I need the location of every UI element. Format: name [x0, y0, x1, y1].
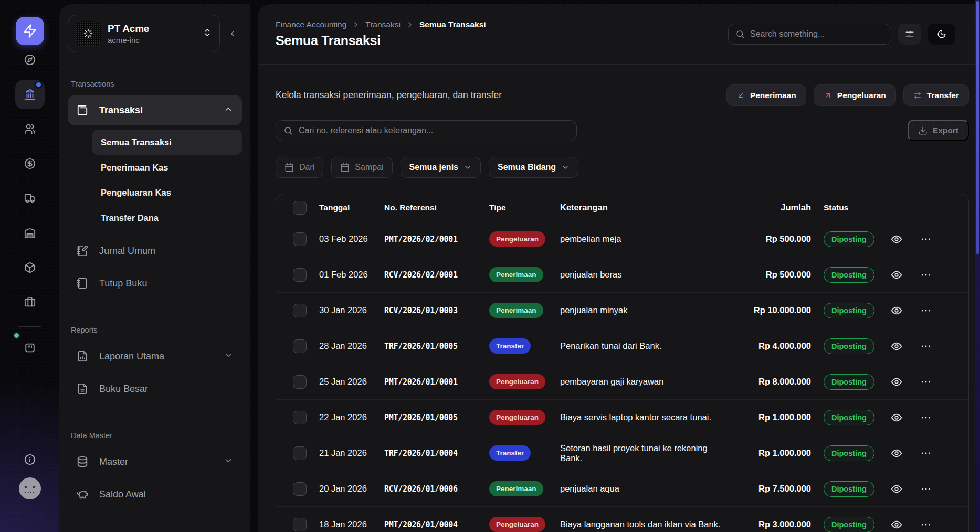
table-row[interactable]: 25 Jan 2026 PMT/2026/01/0001 Pengeluaran… [276, 364, 968, 400]
rail-item-finance[interactable] [15, 149, 45, 178]
sidebar-subitem-penerimaan-kas[interactable]: Penerimaan Kas [92, 155, 242, 180]
view-row-button[interactable] [891, 483, 902, 495]
type-filter-select[interactable]: Semua jenis [401, 157, 481, 178]
scrollbar-thumb[interactable] [976, 1, 979, 254]
rail-item-delivery[interactable] [15, 184, 45, 213]
column-header-keterangan: Keterangan [547, 203, 727, 212]
scrollbar-track[interactable] [975, 0, 980, 532]
row-menu-button[interactable] [920, 305, 932, 316]
rail-item-accounting[interactable] [15, 80, 45, 109]
sidebar-item-transaksi[interactable]: Transaksi [68, 95, 242, 125]
table-row[interactable]: 20 Jan 2026 RCV/2026/01/0006 Penerimaan … [276, 471, 968, 507]
date-to-filter[interactable]: Sampai [331, 157, 392, 178]
row-checkbox[interactable] [293, 518, 307, 531]
view-row-button[interactable] [891, 448, 902, 459]
status-badge: Diposting [824, 445, 874, 461]
view-row-button[interactable] [891, 305, 902, 316]
type-badge: Pengeluaran [489, 374, 545, 389]
rail-item-pos[interactable] [15, 333, 45, 363]
eye-icon [891, 269, 902, 281]
date-from-filter[interactable]: Dari [276, 157, 323, 178]
piggy-bank-icon [77, 488, 88, 500]
row-menu-button[interactable] [920, 483, 932, 495]
rail-item-compass[interactable] [15, 45, 45, 75]
row-checkbox[interactable] [293, 411, 307, 424]
view-row-button[interactable] [891, 376, 902, 388]
info-button[interactable] [18, 448, 41, 471]
sidebar-collapse-button[interactable] [223, 23, 242, 44]
arrow-right-left-icon [913, 91, 922, 100]
table-row[interactable]: 28 Jan 2026 TRF/2026/01/0005 Transfer Pe… [276, 328, 968, 364]
sidebar-item-laporan-utama[interactable]: Laporan Utama [68, 341, 242, 371]
global-search[interactable] [728, 24, 891, 45]
rail-item-people[interactable] [15, 114, 45, 144]
sidebar-item-tutup-buku[interactable]: Tutup Buku [68, 268, 242, 299]
row-menu-button[interactable] [920, 269, 932, 281]
global-search-input[interactable] [750, 29, 884, 39]
org-selector[interactable]: PT Acme acme-inc [68, 15, 220, 52]
sidebar-item-master[interactable]: Master [68, 446, 242, 477]
package-icon [24, 262, 36, 273]
user-avatar[interactable] [19, 477, 41, 499]
type-badge: Pengeluaran [489, 231, 545, 247]
table-row[interactable]: 30 Jan 2026 RCV/2026/01/0003 Penerimaan … [276, 293, 968, 328]
pengeluaran-button[interactable]: Pengeluaran [814, 84, 896, 106]
cell-date: 22 Jan 2026 [307, 412, 372, 422]
select-all-checkbox[interactable] [293, 201, 307, 215]
table-row[interactable]: 22 Jan 2026 PMT/2026/01/0005 Pengeluaran… [276, 400, 968, 435]
transfer-button[interactable]: Transfer [903, 84, 969, 106]
button-label: Export [933, 126, 958, 135]
cell-description: pembelian meja [547, 234, 727, 244]
sidebar-subitem-pengeluaran-kas[interactable]: Pengeluaran Kas [92, 180, 242, 205]
rail-item-business[interactable] [15, 288, 45, 317]
users-icon [24, 123, 36, 135]
view-row-button[interactable] [891, 341, 902, 352]
row-checkbox[interactable] [293, 446, 307, 460]
row-menu-button[interactable] [920, 376, 932, 388]
view-row-button[interactable] [891, 519, 902, 530]
type-badge: Penerimaan [489, 267, 543, 282]
field-filter-select[interactable]: Semua Bidang [489, 157, 578, 178]
row-checkbox[interactable] [293, 268, 307, 282]
type-badge: Penerimaan [489, 481, 543, 496]
row-menu-button[interactable] [920, 412, 932, 423]
rail-item-warehouse[interactable] [15, 218, 45, 248]
table-search-input[interactable] [299, 126, 569, 135]
sidebar-subitem-semua-transaksi[interactable]: Semua Transaksi [92, 130, 242, 155]
table-row[interactable]: 01 Feb 2026 RCV/2026/02/0001 Penerimaan … [276, 257, 968, 293]
row-checkbox[interactable] [293, 339, 307, 353]
breadcrumb-item[interactable]: Finance Accounting [276, 20, 346, 29]
section-label-reports: Reports [71, 326, 242, 334]
row-menu-button[interactable] [920, 448, 932, 459]
row-menu-button[interactable] [920, 341, 932, 352]
penerimaan-button[interactable]: Penerimaan [726, 84, 806, 106]
sidebar-item-saldo-awal[interactable]: Saldo Awal [68, 479, 242, 509]
filter-label: Dari [299, 163, 314, 172]
preferences-button[interactable] [898, 24, 921, 45]
app-logo[interactable] [16, 17, 44, 45]
theme-toggle-button[interactable] [928, 24, 955, 45]
row-menu-button[interactable] [920, 233, 932, 245]
row-checkbox[interactable] [293, 304, 307, 317]
table-search[interactable] [276, 120, 577, 141]
table-row[interactable]: 21 Jan 2026 TRF/2026/01/0004 Transfer Se… [276, 435, 968, 471]
export-button[interactable]: Export [908, 120, 969, 141]
row-checkbox[interactable] [293, 375, 307, 389]
main-panel: Finance Accounting Transaksi Semua Trans… [258, 4, 980, 532]
sidebar-item-label: Tutup Buku [99, 278, 147, 289]
sidebar-subitem-transfer-dana[interactable]: Transfer Dana [92, 205, 242, 230]
view-row-button[interactable] [891, 269, 902, 281]
row-checkbox[interactable] [293, 232, 307, 246]
sidebar-item-buku-besar[interactable]: Buku Besar [68, 374, 242, 404]
table-row[interactable]: 18 Jan 2026 PMT/2026/01/0004 Pengeluaran… [276, 507, 968, 532]
view-row-button[interactable] [891, 412, 902, 423]
ellipsis-icon [920, 341, 932, 352]
row-checkbox[interactable] [293, 482, 307, 496]
breadcrumb-item[interactable]: Transaksi [365, 20, 401, 29]
truck-icon [24, 193, 36, 204]
row-menu-button[interactable] [920, 519, 932, 530]
view-row-button[interactable] [891, 233, 902, 245]
sidebar-item-jurnal-umum[interactable]: Jurnal Umum [68, 236, 242, 266]
table-row[interactable]: 03 Feb 2026 PMT/2026/02/0001 Pengeluaran… [276, 221, 968, 257]
rail-item-inventory[interactable] [15, 253, 45, 282]
